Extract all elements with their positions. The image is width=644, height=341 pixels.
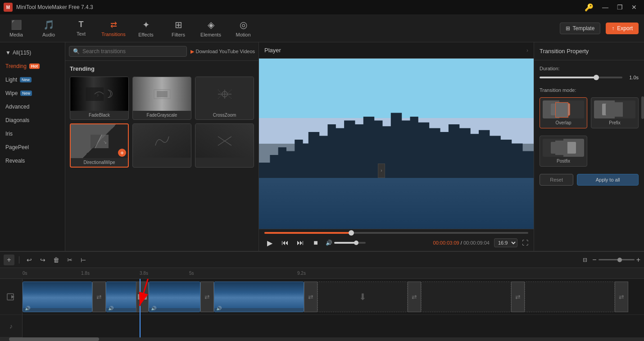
close-button[interactable]: ✕	[628, 3, 640, 12]
category-wipe[interactable]: Wipe New	[0, 86, 65, 100]
empty-clip-1[interactable]: ⬇	[317, 282, 408, 312]
transition-arrow-3[interactable]: ⇄	[304, 282, 317, 312]
transitions-panel: 🔍 ▶ Download YouTube Videos Trending	[65, 42, 259, 251]
fullscreen-button[interactable]: ⛶	[522, 239, 528, 246]
undo-button[interactable]: ↩	[24, 255, 35, 265]
generic6-name	[195, 158, 254, 161]
player-timeline[interactable]	[264, 232, 528, 234]
video-track-label[interactable]	[0, 279, 22, 315]
transitions-content[interactable]: Trending ☽ FadeBlack	[65, 61, 259, 251]
transition-crosszoom[interactable]: CrossZoom	[195, 77, 254, 120]
trans-clip-icon	[137, 291, 148, 302]
player-handle[interactable]	[349, 230, 354, 236]
category-advanced[interactable]: Advanced	[0, 100, 65, 114]
template-button[interactable]: ⊞ Template	[560, 23, 601, 34]
transition-arrow-6[interactable]: ⇄	[615, 282, 628, 312]
mode-overlap[interactable]: Overlap	[540, 97, 587, 128]
toolbar-effects[interactable]: ✦ Effects	[130, 14, 162, 42]
toolbar-elements[interactable]: ◈ Elements	[195, 14, 227, 42]
category-pagepeel[interactable]: PagePeel	[0, 141, 65, 154]
transition-arrow-1[interactable]: ⇄	[92, 282, 106, 312]
apply-all-button[interactable]: Apply to all	[577, 174, 639, 186]
video-clip-3[interactable]: 🔊	[149, 282, 200, 312]
search-icon: 🔍	[73, 48, 80, 55]
transition-fadeblack[interactable]: ☽ FadeBlack	[70, 77, 129, 120]
split-button[interactable]: ⊢	[78, 255, 89, 265]
zoom-plus-icon[interactable]: +	[636, 256, 640, 264]
stop-button[interactable]: ■	[310, 237, 321, 248]
duration-slider[interactable]	[540, 77, 622, 78]
selected-transition-clip[interactable]	[136, 282, 149, 312]
zoom-minus-icon[interactable]: −	[592, 256, 596, 264]
left-panel: ▼ All(115) Trending Hot Light New Wipe N…	[0, 42, 259, 251]
timeline-scrollbar[interactable]	[0, 337, 644, 341]
transition-fadegrayscale[interactable]: FadeGrayscale	[132, 77, 191, 120]
add-track-button[interactable]: +	[4, 255, 14, 265]
volume-bar[interactable]	[334, 242, 366, 244]
category-trending[interactable]: Trending Hot	[0, 59, 65, 73]
ratio-select[interactable]: 16:9 9:16 4:3 1:1	[494, 238, 517, 247]
time-display: 00:00:03:09 / 00:00:09:04	[433, 240, 490, 246]
toolbar-effects-label: Effects	[138, 32, 153, 37]
overlap-label: Overlap	[555, 120, 571, 125]
empty-clip-2[interactable]	[421, 282, 511, 312]
toolbar-motion[interactable]: ◎ Motion	[227, 14, 259, 42]
time-total: 00:00:09:04	[463, 240, 490, 246]
transition-mode-label: Transition mode:	[540, 87, 639, 93]
postfix-svg	[550, 140, 577, 155]
audio-track-label[interactable]: ♪	[0, 315, 22, 337]
transition-arrow-5[interactable]: ⇄	[511, 282, 525, 312]
video-clip-2[interactable]: 🔊	[106, 282, 140, 312]
category-reveals[interactable]: Reveals	[0, 154, 65, 168]
toolbar-filters[interactable]: ⊞ Filters	[162, 14, 195, 42]
prev-button[interactable]: ⏮	[280, 237, 290, 248]
search-input[interactable]	[82, 48, 183, 55]
mode-prefix[interactable]: Prefix	[591, 97, 639, 128]
transition-generic6[interactable]	[195, 123, 254, 168]
reset-button[interactable]: Reset	[540, 174, 573, 186]
category-diagonals[interactable]: Diagonals	[0, 114, 65, 127]
category-all[interactable]: ▼ All(115)	[0, 46, 65, 59]
video-clip-4[interactable]: 🔊	[214, 282, 304, 312]
next-button[interactable]: ⏭	[295, 237, 306, 248]
video-clip-1[interactable]: 🔊	[23, 282, 92, 312]
mode-postfix[interactable]: Postfix	[540, 136, 587, 167]
prop-actions: Reset Apply to all	[540, 174, 639, 186]
transition-arrow-4[interactable]: ⇄	[408, 282, 421, 312]
svg-rect-19	[563, 142, 576, 154]
ruler-mark-3: 5s	[189, 271, 194, 276]
right-panel-scrollbar[interactable]	[641, 96, 644, 119]
effects-icon: ✦	[142, 19, 150, 30]
play-button[interactable]: ▶	[264, 237, 275, 248]
category-iris[interactable]: Iris	[0, 127, 65, 141]
add-directionalwipe-button[interactable]: +	[118, 149, 126, 157]
minimize-button[interactable]: —	[599, 3, 612, 12]
clip-2-thumb	[106, 282, 139, 308]
toolbar-media[interactable]: ⬛ Media	[0, 14, 32, 42]
delete-button[interactable]: 🗑	[51, 255, 62, 265]
right-panel: Transition Property Duration: 1.0s Trans…	[534, 42, 644, 251]
crosszoom-thumb	[195, 77, 254, 111]
player-area: Player › ▶ ⏮ ⏭ ■	[259, 42, 534, 251]
transition-arrow-2[interactable]: ⇄	[200, 282, 214, 312]
category-light[interactable]: Light New	[0, 73, 65, 86]
toolbar-audio[interactable]: 🎵 Audio	[32, 14, 65, 42]
transition-generic5[interactable]	[132, 123, 191, 168]
panel-collapse-button[interactable]: ›	[378, 164, 385, 178]
redo-button[interactable]: ↪	[37, 255, 48, 265]
download-youtube-button[interactable]: ▶ Download YouTube Videos	[190, 49, 255, 55]
toolbar-transitions[interactable]: ⇄ Transitions	[97, 14, 130, 42]
playhead[interactable]	[140, 279, 141, 337]
cut-button[interactable]: ✂	[64, 255, 75, 265]
empty-clip-3[interactable]	[525, 282, 615, 312]
toolbar-text[interactable]: T Text	[65, 14, 97, 42]
wipe-label: Wipe	[5, 90, 18, 96]
toolbar-elements-label: Elements	[200, 32, 221, 37]
player-expand-button[interactable]: ›	[526, 47, 528, 54]
volume-icon[interactable]: 🔊	[326, 240, 332, 246]
collapse-tracks-icon[interactable]: ⊟	[580, 255, 590, 265]
export-button[interactable]: ↑ Export	[606, 23, 639, 34]
maximize-button[interactable]: ❐	[613, 3, 626, 12]
transition-directionalwipe[interactable]: ↘ + DirectionalWipe	[70, 123, 129, 168]
zoom-slider[interactable]	[599, 259, 635, 260]
